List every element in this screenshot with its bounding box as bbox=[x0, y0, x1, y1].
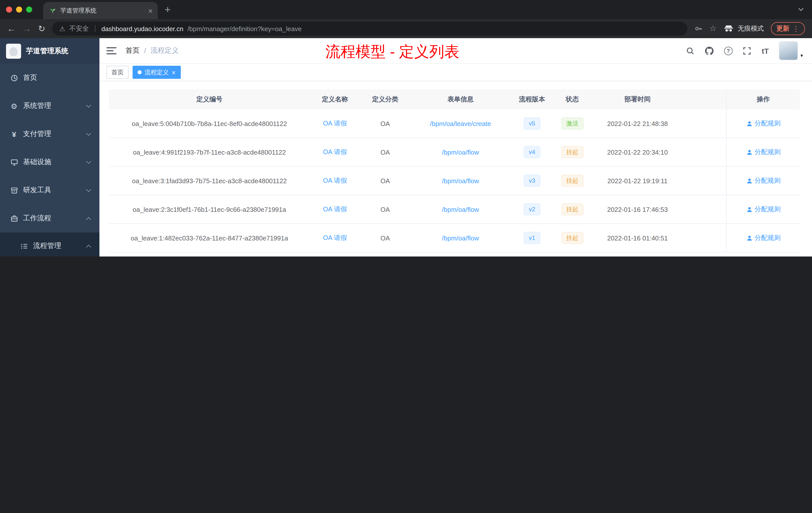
help-icon[interactable] bbox=[724, 47, 733, 55]
hamburger-icon[interactable] bbox=[107, 47, 116, 55]
chevron-up-icon bbox=[86, 217, 91, 222]
incognito-label: 无痕模式 bbox=[738, 24, 764, 33]
briefcase-icon bbox=[10, 214, 18, 222]
table-header-row: 定义编号 定义名称 定义分类 表单信息 流程版本 状态 部署时间 操作 bbox=[109, 89, 800, 110]
form-link[interactable]: /bpm/oa/flow bbox=[442, 148, 479, 156]
sidebar-item-home[interactable]: 首页 bbox=[0, 64, 99, 92]
definition-name-link[interactable]: OA 请假 bbox=[323, 205, 347, 214]
column-header: 表单信息 bbox=[410, 89, 511, 110]
sidebar-item-infrastructure[interactable]: 基础设施 bbox=[0, 148, 99, 176]
window-zoom-button[interactable] bbox=[26, 6, 32, 12]
fullscreen-icon[interactable] bbox=[743, 46, 752, 55]
reload-button[interactable] bbox=[38, 24, 46, 33]
browser-toolbar: 不安全 dashboard.yudao.iocoder.cn/bpm/manag… bbox=[0, 19, 812, 38]
not-secure-label: 不安全 bbox=[69, 24, 89, 33]
cell-category: OA bbox=[360, 224, 410, 252]
sidebar-item-devtools[interactable]: 研发工具 bbox=[0, 176, 99, 204]
cell-deploy-time: 2022-01-16 01:40:51 bbox=[591, 224, 684, 252]
tag-label: 流程定义 bbox=[145, 68, 169, 77]
version-tag: v1 bbox=[524, 232, 540, 244]
cell-category: OA bbox=[360, 167, 410, 195]
chrome-update-button[interactable]: 更新 bbox=[771, 22, 805, 35]
sidebar-item-payment[interactable]: 支付管理 bbox=[0, 120, 99, 148]
sidebar-item-process-management[interactable]: 流程管理 bbox=[0, 233, 99, 256]
toolbox-icon bbox=[10, 186, 18, 194]
assign-rule-label: 分配规则 bbox=[754, 233, 781, 242]
chevron-down-icon bbox=[86, 131, 91, 136]
sidebar: 芋道管理系统 首页 系统管理 支付管理 基础设施 bbox=[0, 38, 99, 256]
sidebar-item-system[interactable]: 系统管理 bbox=[0, 92, 99, 120]
not-secure-warning-icon bbox=[59, 25, 65, 32]
cell-spacer bbox=[684, 138, 726, 166]
cell-deploy-time: 2022-01-22 21:48:38 bbox=[591, 110, 684, 138]
cell-deploy-time: 2022-01-16 17:46:53 bbox=[591, 195, 684, 223]
chevron-up-icon bbox=[86, 244, 91, 249]
tag-home[interactable]: 首页 bbox=[107, 66, 128, 79]
assign-rule-link[interactable]: 分配规则 bbox=[746, 119, 781, 128]
forward-button[interactable] bbox=[23, 24, 31, 33]
search-icon[interactable] bbox=[686, 46, 695, 55]
browser-tab[interactable]: 芋道管理系统 bbox=[43, 2, 158, 19]
assign-rule-link[interactable]: 分配规则 bbox=[746, 148, 781, 157]
definition-name-link[interactable]: OA 请假 bbox=[323, 119, 347, 128]
assign-rule-label: 分配规则 bbox=[754, 119, 781, 128]
window-controls bbox=[0, 6, 37, 12]
monitor-icon bbox=[10, 158, 18, 166]
status-tag: 挂起 bbox=[561, 146, 583, 158]
tab-close-icon[interactable] bbox=[148, 7, 153, 14]
column-header: 定义编号 bbox=[109, 89, 310, 110]
sidebar-item-workflow[interactable]: 工作流程 bbox=[0, 204, 99, 233]
user-avatar-menu[interactable] bbox=[779, 41, 803, 60]
definition-name-link[interactable]: OA 请假 bbox=[323, 176, 347, 185]
status-tag: 挂起 bbox=[561, 203, 583, 215]
assign-rule-link[interactable]: 分配规则 bbox=[746, 205, 781, 214]
browser-menu-dots-icon[interactable] bbox=[792, 25, 800, 33]
workflow-submenu: 流程管理 流程表单 用户分组 流程模型 bbox=[0, 233, 99, 256]
version-tag: v2 bbox=[524, 203, 540, 215]
github-icon[interactable] bbox=[705, 46, 714, 55]
sidebar-item-label: 研发工具 bbox=[23, 186, 82, 195]
user-icon bbox=[746, 120, 753, 127]
new-tab-button[interactable] bbox=[165, 4, 171, 14]
column-header: 状态 bbox=[553, 89, 591, 110]
tag-close-icon[interactable] bbox=[172, 69, 175, 76]
form-link[interactable]: /bpm/oa/leave/create bbox=[430, 120, 491, 127]
assign-rule-link[interactable]: 分配规则 bbox=[746, 176, 781, 185]
navbar-actions bbox=[686, 41, 812, 60]
password-key-icon[interactable] bbox=[694, 25, 702, 33]
window-close-button[interactable] bbox=[6, 6, 12, 12]
breadcrumb-separator: / bbox=[144, 47, 146, 55]
column-header: 定义名称 bbox=[310, 89, 360, 110]
user-icon bbox=[746, 149, 753, 155]
version-tag: v4 bbox=[524, 146, 540, 158]
assign-rule-link[interactable]: 分配规则 bbox=[746, 233, 781, 242]
definition-table: 定义编号 定义名称 定义分类 表单信息 流程版本 状态 部署时间 操作 oa_l… bbox=[109, 89, 800, 252]
window-minimize-button[interactable] bbox=[16, 6, 22, 12]
definition-name-link[interactable]: OA 请假 bbox=[323, 233, 347, 242]
form-link[interactable]: /bpm/oa/flow bbox=[442, 177, 479, 184]
user-icon bbox=[746, 206, 753, 213]
cell-deploy-time: 2022-01-22 20:34:10 bbox=[591, 138, 684, 166]
form-link[interactable]: /bpm/oa/flow bbox=[442, 234, 479, 242]
table-body: oa_leave:5:004b710b-7b8a-11ec-8ef0-acde4… bbox=[109, 110, 800, 252]
column-header: 流程版本 bbox=[511, 89, 553, 110]
form-link[interactable]: /bpm/oa/flow bbox=[442, 206, 479, 213]
cell-definition-id: oa_leave:4:991f2193-7b7f-11ec-a3c8-acde4… bbox=[109, 138, 310, 166]
tabstrip-chevron-down-icon[interactable] bbox=[798, 7, 804, 11]
user-icon bbox=[746, 235, 753, 241]
status-tag: 挂起 bbox=[561, 232, 583, 244]
page-annotation: 流程模型 - 定义列表 bbox=[325, 43, 459, 61]
url-path: /bpm/manager/definition?key=oa_leave bbox=[187, 25, 302, 32]
back-button[interactable] bbox=[7, 24, 16, 33]
definition-name-link[interactable]: OA 请假 bbox=[323, 148, 347, 157]
breadcrumb: 首页 / 流程定义 bbox=[125, 46, 179, 55]
assign-rule-label: 分配规则 bbox=[754, 176, 781, 185]
font-size-icon[interactable] bbox=[762, 47, 769, 55]
avatar[interactable] bbox=[779, 41, 798, 60]
app-title: 芋道管理系统 bbox=[26, 47, 68, 56]
bookmark-star-icon[interactable] bbox=[709, 25, 717, 33]
tag-process-definition[interactable]: 流程定义 bbox=[133, 66, 180, 79]
address-bar[interactable]: 不安全 dashboard.yudao.iocoder.cn/bpm/manag… bbox=[53, 22, 688, 36]
breadcrumb-home[interactable]: 首页 bbox=[125, 46, 140, 55]
sidebar-logo[interactable]: 芋道管理系统 bbox=[0, 38, 99, 64]
